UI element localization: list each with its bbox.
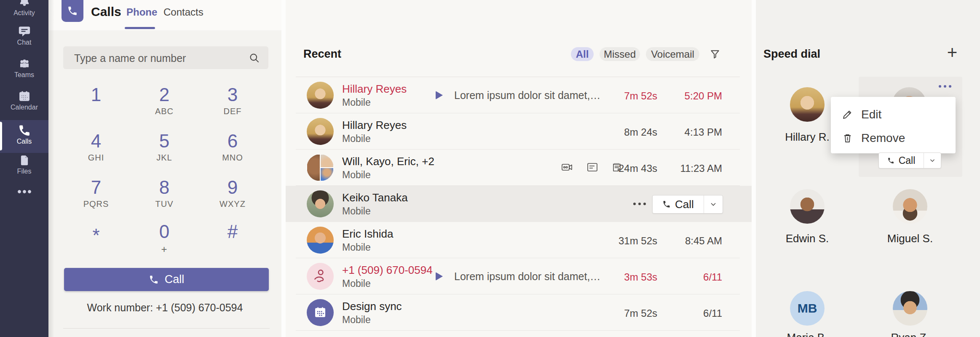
call-options-dropdown[interactable] — [704, 195, 723, 213]
play-voicemail-icon[interactable] — [436, 272, 443, 281]
calendar-icon — [18, 90, 31, 103]
chevron-down-icon — [709, 200, 718, 209]
call-row-keiko-tanaka[interactable]: Keiko Tanaka Mobile Call — [286, 186, 752, 222]
call-button[interactable]: Call — [879, 153, 924, 168]
dial-key-9[interactable]: 9WXYZ — [207, 178, 258, 209]
call-time: 5:20 PM — [685, 90, 722, 102]
call-button[interactable]: Call — [653, 195, 704, 213]
sidebar-item-calls[interactable]: Calls — [0, 120, 48, 153]
chat-icon — [18, 25, 31, 38]
rail-shadow — [48, 0, 54, 337]
call-row-hillary-reyes-missed[interactable]: Hillary Reyes Mobile Lorem ipsum dolor s… — [286, 77, 752, 113]
dial-key-7[interactable]: 7PQRS — [71, 178, 121, 209]
speed-dial-panel: Speed dial + Call Edit Remove — [756, 0, 980, 337]
call-row-design-sync[interactable]: Design sync Mobile 7m 52s 6/11 — [286, 294, 752, 331]
sidebar-item-label: Calls — [0, 138, 48, 145]
menu-item-edit[interactable]: Edit — [831, 105, 956, 124]
search-input[interactable] — [73, 46, 244, 70]
call-type: Mobile — [342, 169, 371, 181]
speed-dial-contact-ryan[interactable] — [893, 291, 927, 326]
call-row-eric-ishida[interactable]: Eric Ishida Mobile 31m 52s 8:45 AM — [286, 222, 752, 258]
call-time: 4:13 PM — [685, 126, 722, 138]
menu-item-remove[interactable]: Remove — [831, 129, 956, 147]
call-type: Mobile — [342, 206, 371, 217]
dial-call-button[interactable]: Call — [64, 268, 269, 291]
dial-key-1[interactable]: 1 — [71, 86, 121, 107]
divider — [63, 328, 270, 329]
sidebar-item-teams[interactable]: Teams — [0, 58, 48, 90]
speed-dial-contact-maria[interactable]: MB — [790, 291, 825, 326]
sidebar-more-button[interactable] — [0, 185, 48, 201]
more-options-button[interactable] — [633, 203, 646, 205]
sidebar-item-label: Activity — [0, 9, 48, 17]
row-call-split-button: Call — [652, 195, 723, 214]
tile-more-options-button[interactable] — [939, 85, 951, 88]
dial-key-4[interactable]: 4GHI — [71, 132, 121, 163]
avatar — [307, 190, 334, 217]
funnel-icon[interactable] — [710, 49, 720, 60]
tab-contacts[interactable]: Contacts — [163, 6, 203, 18]
call-type: Mobile — [342, 314, 371, 326]
teams-icon — [18, 58, 31, 70]
dial-key-5[interactable]: 5JKL — [139, 132, 190, 163]
call-row-hillary-reyes[interactable]: Hillary Reyes Mobile 8m 24s 4:13 PM — [286, 113, 752, 150]
chevron-down-icon — [929, 157, 936, 164]
sidebar-item-label: Chat — [0, 39, 48, 46]
page-title: Calls — [91, 5, 121, 19]
calendar-icon — [313, 306, 327, 319]
sidebar-item-chat[interactable]: Chat — [0, 25, 48, 57]
video-recording-icon[interactable] — [561, 161, 573, 174]
phone-icon — [662, 200, 671, 209]
speed-dial-contact-miguel[interactable] — [893, 189, 927, 224]
active-tab-underline — [125, 27, 155, 29]
files-icon — [18, 154, 31, 167]
speed-dial-contact-edwin[interactable] — [790, 189, 825, 224]
sidebar-item-activity[interactable]: Activity — [0, 0, 48, 28]
dial-key-pound[interactable]: # — [207, 222, 258, 241]
plus-icon[interactable]: + — [944, 45, 961, 62]
filter-voicemail[interactable]: Voicemail — [646, 47, 699, 61]
call-duration: 3m 53s — [624, 271, 657, 283]
selected-indicator — [0, 122, 2, 150]
caller-name: +1 (509) 670-0594 — [342, 264, 433, 277]
call-type: Mobile — [342, 242, 371, 253]
dial-key-0[interactable]: 0+ — [139, 222, 190, 255]
caller-name: Hillary Reyes — [342, 119, 407, 132]
dial-key-8[interactable]: 8TUV — [139, 178, 190, 209]
dial-search-box — [63, 46, 268, 69]
avatar — [307, 118, 334, 145]
dial-key-2[interactable]: 2ABC — [139, 86, 190, 116]
call-row-group[interactable]: Will, Kayo, Eric, +2 Mobile 24m 43s 11:2… — [286, 150, 752, 186]
meeting-avatar — [307, 299, 334, 326]
speed-dial-contact-hillary[interactable] — [790, 87, 825, 122]
sidebar-item-label: Calendar — [0, 104, 48, 111]
call-options-dropdown[interactable] — [924, 153, 941, 168]
contact-name: Maria B. — [761, 331, 854, 337]
speed-dial-call-split-button: Call — [878, 152, 941, 168]
recent-title: Recent — [303, 48, 341, 61]
meeting-notes-icon[interactable] — [586, 161, 599, 174]
phone-icon — [18, 124, 31, 137]
call-button-label: Call — [675, 198, 694, 211]
work-number-label: Work number: +1 (509) 670-0594 — [48, 302, 281, 314]
search-icon — [249, 52, 260, 64]
tab-phone[interactable]: Phone — [126, 6, 157, 18]
contact-name: Edwin S. — [761, 232, 854, 245]
calls-app-icon — [62, 0, 83, 22]
call-row-unknown-number[interactable]: +1 (509) 670-0594 Mobile Lorem ipsum dol… — [286, 258, 752, 294]
pencil-icon — [842, 109, 853, 120]
phone-icon — [67, 5, 78, 16]
avatar — [307, 227, 334, 254]
caller-name: Keiko Tanaka — [342, 191, 408, 204]
dial-key-6[interactable]: 6MNO — [207, 132, 258, 163]
contact-name: Miguel S. — [864, 232, 956, 245]
dial-key-3[interactable]: 3DEF — [207, 86, 258, 116]
sidebar-item-files[interactable]: Files — [0, 154, 48, 186]
sidebar-item-calendar[interactable]: Calendar — [0, 90, 48, 122]
dial-key-star[interactable]: * — [71, 226, 121, 245]
filter-all[interactable]: All — [571, 47, 594, 61]
filter-missed[interactable]: Missed — [600, 47, 640, 61]
call-duration: 7m 52s — [624, 90, 657, 102]
sidebar-item-label: Teams — [0, 71, 48, 79]
play-voicemail-icon[interactable] — [436, 91, 443, 99]
